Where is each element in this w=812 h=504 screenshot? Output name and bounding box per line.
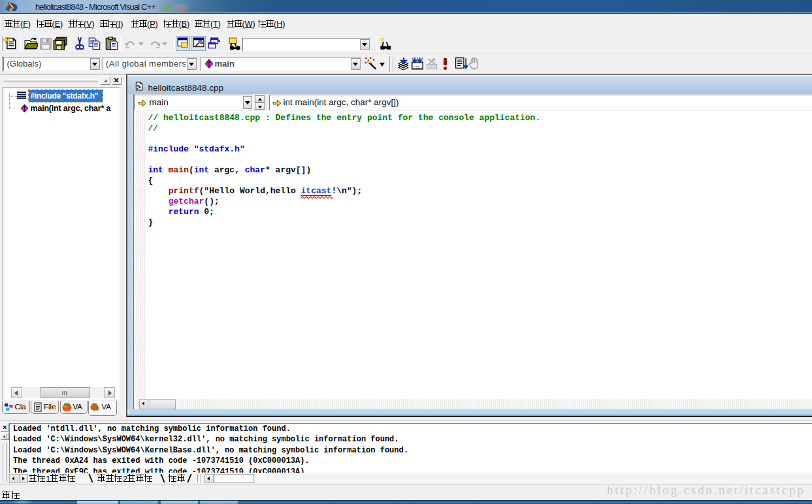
svg-text:?: ? bbox=[380, 37, 384, 44]
